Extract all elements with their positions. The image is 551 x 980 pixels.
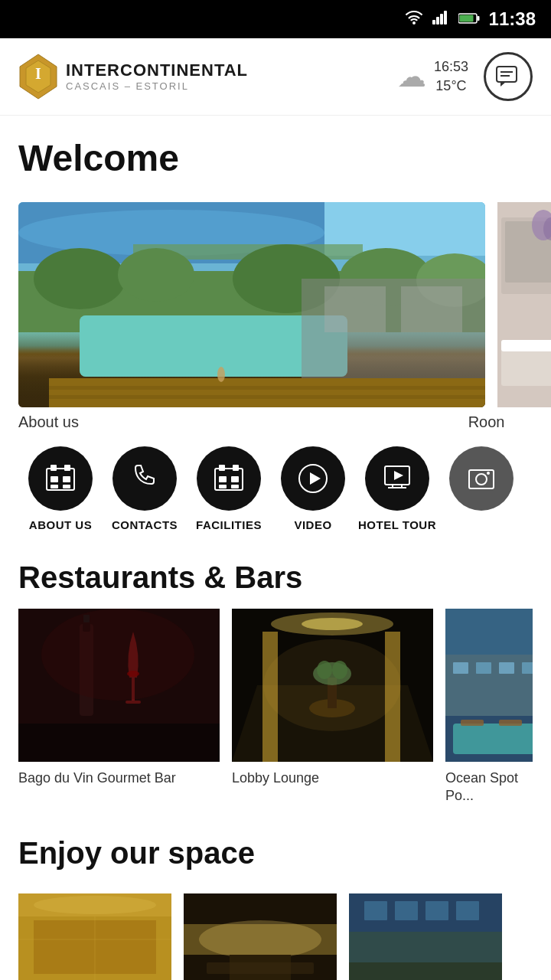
svg-rect-112 [425,901,448,920]
svg-rect-88 [453,662,468,674]
enjoy-image-2 [184,893,337,980]
app-header: I INTERCONTINENTAL CASCAIS – ESTORIL ☁ 1… [0,38,551,116]
svg-rect-44 [63,476,70,482]
quick-nav: ABOUT US CONTACTS [0,431,551,539]
slide-about-us[interactable] [18,202,485,407]
facilities-icon [197,446,261,511]
hotel-tour-label: HOTEL TOUR [358,518,436,531]
svg-rect-94 [499,720,522,726]
lobby-image [232,609,433,762]
image-slider[interactable] [0,202,551,407]
svg-rect-41 [51,465,57,471]
cloud-icon: ☁ [397,60,426,93]
svg-rect-70 [18,724,220,762]
svg-rect-111 [395,901,418,920]
slides-caption-row: About us Roon [0,407,551,431]
nav-hotel-tour[interactable]: HOTEL TOUR [355,446,439,531]
svg-marker-55 [310,472,321,485]
slide-room-label: Roon [468,413,505,430]
weather-time: 16:53 [434,57,468,77]
about-us-label: ABOUT US [29,518,92,531]
logo-text: INTERCONTINENTAL CASCAIS – ESTORIL [66,61,248,91]
svg-point-78 [302,618,363,630]
wifi-icon [405,11,423,28]
svg-rect-90 [499,662,514,674]
svg-rect-48 [219,465,225,471]
enjoy-item-3[interactable] [349,893,502,980]
svg-rect-3 [444,11,447,24]
restaurant-ocean[interactable]: Ocean Spot Po... [445,609,533,805]
svg-rect-43 [51,476,58,482]
svg-rect-89 [476,662,491,674]
svg-rect-2 [440,14,443,24]
svg-rect-26 [49,378,485,407]
ocean-image [445,609,533,762]
enjoy-title: Enjoy our space [18,836,533,871]
svg-rect-105 [207,962,314,974]
svg-rect-69 [126,701,141,704]
hotel-location: CASCAIS – ESTORIL [66,80,248,92]
svg-rect-86 [445,609,533,655]
svg-point-103 [199,920,321,959]
lobby-label: Lobby Lounge [232,769,433,787]
ocean-label: Ocean Spot Po... [445,769,533,805]
svg-rect-42 [64,465,70,471]
time-display: 11:38 [489,8,536,30]
svg-rect-50 [219,476,227,482]
svg-rect-91 [522,662,533,674]
svg-point-62 [476,474,487,485]
svg-point-63 [487,472,490,475]
svg-point-97 [34,896,156,914]
weather-info: ☁ 16:53 15°C [397,57,468,96]
pool-image [18,202,485,407]
weather-text: 16:53 15°C [434,57,468,96]
enjoy-item-2[interactable] [184,893,337,980]
svg-point-20 [118,248,194,302]
weather-temp: 15°C [434,77,468,96]
svg-rect-61 [469,470,494,488]
photos-icon [449,446,514,511]
svg-rect-10 [497,67,517,82]
bago-label: Bago du Vin Gourmet Bar [18,769,220,787]
chat-button[interactable] [484,52,533,101]
svg-point-84 [263,639,401,731]
svg-rect-45 [51,485,58,488]
svg-marker-57 [394,471,403,480]
nav-facilities[interactable]: FACILITIES [187,446,271,531]
svg-rect-51 [231,476,239,482]
nav-photos[interactable] [439,446,523,531]
enjoy-image-1 [18,893,171,980]
svg-rect-53 [231,485,239,488]
video-icon [281,446,345,511]
status-bar: 11:38 [0,0,551,38]
enjoy-item-1[interactable] [18,893,171,980]
welcome-section: Welcome [0,116,551,202]
enjoy-section: Enjoy our space [0,815,551,893]
restaurant-grid: Bago du Vin Gourmet Bar [18,609,533,805]
nav-video[interactable]: VIDEO [271,446,355,531]
svg-rect-31 [401,286,462,332]
svg-rect-113 [456,901,479,920]
restaurant-lobby[interactable]: Lobby Lounge [232,609,433,805]
svg-rect-52 [219,485,227,488]
video-label: VIDEO [294,518,331,531]
nav-contacts[interactable]: CONTACTS [103,446,187,531]
slide-about-label: About us [18,413,79,430]
svg-rect-1 [436,17,439,24]
restaurants-section: Restaurants & Bars [0,539,551,815]
nav-about-us[interactable]: ABOUT US [18,446,103,531]
svg-point-72 [41,609,194,701]
svg-rect-6 [477,16,479,21]
header-right: ☁ 16:53 15°C [397,52,533,101]
svg-rect-93 [461,720,484,726]
main-content: Welcome [0,116,551,980]
restaurant-bago[interactable]: Bago du Vin Gourmet Bar [18,609,220,805]
enjoy-grid [0,893,551,980]
slide-room[interactable] [497,202,551,407]
svg-rect-0 [432,20,435,24]
svg-rect-109 [349,962,502,980]
facilities-label: FACILITIES [196,518,262,531]
svg-rect-28 [49,395,485,399]
battery-icon [458,11,480,28]
svg-rect-110 [364,901,387,920]
